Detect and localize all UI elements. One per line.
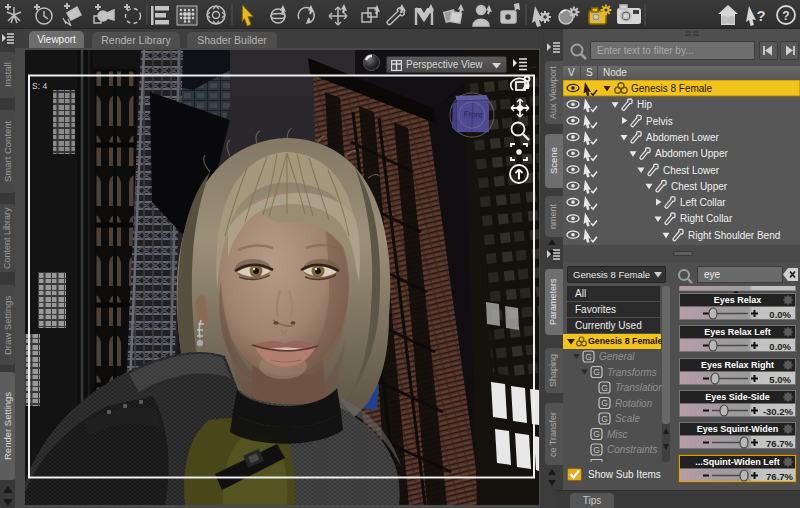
svg-text:Scale: Scale [615, 413, 640, 424]
svg-text:Pelvis: Pelvis [646, 116, 673, 127]
svg-text:Translation: Translation [615, 382, 664, 393]
svg-text:0.0%: 0.0% [769, 341, 791, 352]
svg-text:Left Collar: Left Collar [680, 197, 726, 208]
svg-text:Constraints: Constraints [607, 444, 658, 455]
svg-text:Chest Upper: Chest Upper [671, 181, 728, 192]
svg-text:Misc: Misc [607, 429, 628, 440]
svg-text:Front: Front [463, 109, 483, 119]
svg-text:5.0%: 5.0% [769, 373, 791, 384]
svg-text:S: 4: S: 4 [32, 81, 47, 91]
svg-text:76.7%: 76.7% [766, 438, 793, 449]
svg-text:Rotation: Rotation [615, 398, 653, 409]
svg-text:Right Collar: Right Collar [680, 213, 733, 224]
svg-text:Abdomen Lower: Abdomen Lower [646, 132, 719, 143]
svg-text:General: General [599, 351, 635, 362]
svg-text:Chest Lower: Chest Lower [663, 165, 720, 176]
svg-text:Right Shoulder Bend: Right Shoulder Bend [688, 230, 780, 241]
svg-text:?: ? [756, 7, 765, 24]
svg-text:0.0%: 0.0% [769, 309, 791, 320]
svg-text:Transforms: Transforms [607, 367, 657, 378]
svg-text:Hip: Hip [637, 99, 652, 110]
svg-text:Abdomen Upper: Abdomen Upper [655, 148, 728, 159]
svg-text:?: ? [782, 9, 789, 23]
svg-text:Genesis 8 Female: Genesis 8 Female [631, 83, 713, 94]
svg-text:-30.2%: -30.2% [763, 405, 794, 416]
svg-text:DS: DS [722, 15, 735, 25]
svg-text:76.7%: 76.7% [766, 470, 793, 481]
